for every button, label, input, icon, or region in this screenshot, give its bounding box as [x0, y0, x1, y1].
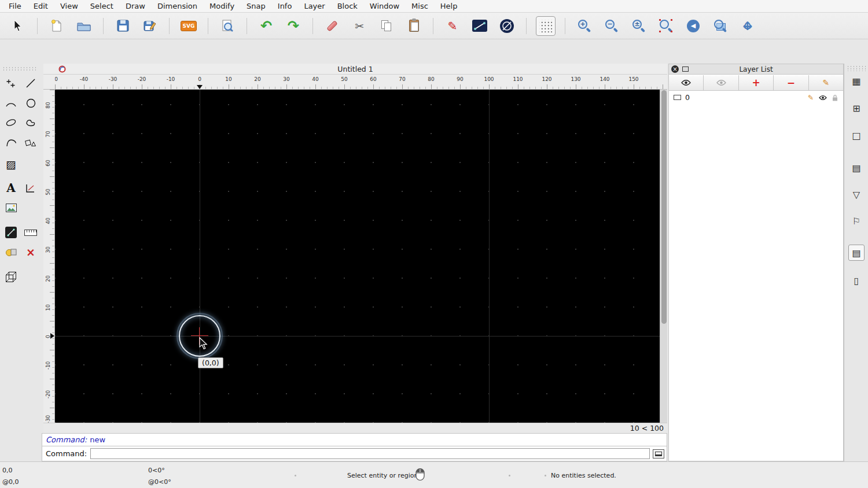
hide-all-layers-button[interactable]	[704, 75, 738, 91]
menu-block[interactable]: Block	[337, 2, 358, 10]
arc-tool-button[interactable]	[2, 94, 20, 112]
circle-attributes-button[interactable]	[497, 16, 517, 36]
menu-info[interactable]: Info	[278, 2, 292, 10]
scrollbar-thumb[interactable]	[661, 90, 667, 324]
menu-window[interactable]: Window	[370, 2, 399, 10]
hatch-icon: ▨	[6, 158, 16, 171]
command-prompt-label: Command:	[46, 449, 87, 458]
dock-quick-info-button[interactable]: ⚐	[848, 213, 865, 229]
layer-list-panel: × Layer List + − ✎ 0 ✎	[668, 64, 844, 461]
cut-button[interactable]: ✂	[350, 16, 369, 36]
toolbar-separator	[433, 18, 433, 34]
zoom-auto-button[interactable]: ±	[629, 16, 649, 36]
spline-tool-button[interactable]	[21, 113, 40, 132]
line-attributes-button[interactable]	[470, 16, 490, 36]
layer-swatch-icon[interactable]	[674, 95, 681, 100]
zoom-pan-button[interactable]: ↔↕	[738, 16, 757, 36]
export-svg-button[interactable]: SVG	[179, 16, 198, 36]
delete-button[interactable]	[322, 16, 342, 36]
layer-visibility-icon[interactable]	[819, 95, 827, 101]
text-icon: A	[6, 181, 16, 195]
save-as-button[interactable]	[140, 16, 160, 36]
dock-entity-list-button[interactable]: ▤	[848, 160, 865, 176]
zoom-out-button[interactable]: −	[602, 16, 621, 36]
menu-snap[interactable]: Snap	[247, 2, 266, 10]
points-tool-button[interactable]	[2, 74, 20, 93]
modify-tool-button[interactable]	[2, 243, 20, 261]
command-options-button[interactable]	[653, 449, 664, 459]
ruler-label: 60	[43, 158, 53, 168]
toolbar-drag-handle[interactable]	[2, 66, 38, 71]
action-hint: Select entity or region	[347, 472, 418, 479]
image-tool-button[interactable]	[2, 198, 20, 217]
show-all-layers-button[interactable]	[669, 75, 704, 91]
polyline-tool-button[interactable]	[2, 133, 20, 151]
measure-tool-button[interactable]	[2, 223, 20, 242]
layer-row[interactable]: 0 ✎	[669, 91, 843, 103]
new-document-button[interactable]	[47, 16, 67, 36]
edit-layer-button[interactable]: ✎	[809, 75, 843, 91]
zoom-previous-icon: ◀	[687, 20, 700, 32]
dock-layer-list-button[interactable]: ▤	[848, 245, 865, 261]
menu-layer[interactable]: Layer	[304, 2, 325, 10]
redo-button[interactable]: ↷	[284, 16, 303, 36]
save-button[interactable]	[113, 16, 133, 36]
zoom-window-button[interactable]	[711, 16, 730, 36]
grid-toggle-button[interactable]	[536, 16, 556, 36]
dock-library-button[interactable]: ⊞	[848, 100, 865, 116]
menu-misc[interactable]: Misc	[411, 2, 428, 10]
toolbar-separator	[247, 18, 247, 34]
ruler-label: 0	[55, 76, 58, 82]
paste-button[interactable]	[404, 16, 424, 36]
dock-drag-handle[interactable]	[847, 65, 866, 71]
circle-tool-button[interactable]	[21, 94, 40, 112]
ruler-tool-button[interactable]	[21, 223, 40, 242]
zoom-in-button[interactable]: +	[575, 16, 594, 36]
hatch-tool-button[interactable]: ▨	[2, 155, 20, 173]
svg-export-icon: SVG	[181, 21, 197, 31]
zoom-redraw-button[interactable]	[656, 16, 676, 36]
shapes-tool-button[interactable]	[21, 133, 40, 151]
text-tool-button[interactable]: A	[2, 179, 20, 197]
print-preview-button[interactable]	[218, 16, 237, 36]
menu-modify[interactable]: Modify	[209, 2, 234, 10]
drawing-canvas[interactable]: (0,0)	[55, 90, 660, 423]
metagrid-line-x100	[489, 90, 490, 423]
zoom-previous-button[interactable]: ◀	[683, 16, 703, 36]
menu-select[interactable]: Select	[90, 2, 113, 10]
ellipse-tool-button[interactable]	[2, 113, 20, 132]
remove-layer-button[interactable]: −	[774, 75, 808, 91]
layer-lock-icon[interactable]	[832, 94, 838, 101]
copy-button[interactable]	[377, 16, 396, 36]
open-file-button[interactable]	[74, 16, 94, 36]
dimension-tool-button[interactable]	[21, 179, 40, 197]
menu-dimension[interactable]: Dimension	[157, 2, 197, 10]
menu-file[interactable]: File	[9, 2, 21, 10]
coordinate-tooltip: (0,0)	[198, 357, 223, 368]
menu-draw[interactable]: Draw	[126, 2, 145, 10]
layer-panel-header[interactable]: × Layer List	[669, 64, 843, 75]
dock-block-list-button[interactable]: ▦	[848, 73, 865, 89]
add-layer-button[interactable]: +	[739, 75, 774, 91]
save-as-icon	[144, 20, 156, 32]
ruler-corner	[43, 75, 55, 90]
line-tool-button[interactable]	[21, 74, 40, 93]
menu-view[interactable]: View	[60, 2, 78, 10]
select-tool-button[interactable]	[8, 16, 28, 36]
solid-tool-button[interactable]	[2, 268, 20, 286]
menu-edit[interactable]: Edit	[34, 2, 48, 10]
vertical-scrollbar[interactable]	[660, 90, 667, 423]
absolute-coordinates: 0,0	[2, 467, 13, 474]
dock-page-button[interactable]: □	[848, 127, 865, 143]
circle-icon	[26, 98, 36, 108]
ruler-label: 80	[43, 101, 53, 110]
undo-button[interactable]: ↶	[256, 16, 276, 36]
command-input[interactable]	[90, 448, 650, 459]
pen-attributes-button[interactable]: ✎	[443, 16, 462, 36]
layer-edit-icon[interactable]: ✎	[808, 94, 814, 102]
menu-help[interactable]: Help	[440, 2, 458, 10]
document-titlebar[interactable]: Untitled 1	[43, 64, 667, 75]
explode-tool-button[interactable]: ×	[21, 243, 40, 261]
dock-filter-button[interactable]: ▽	[848, 186, 865, 202]
dock-clipboard-button[interactable]: ▯	[848, 272, 865, 289]
